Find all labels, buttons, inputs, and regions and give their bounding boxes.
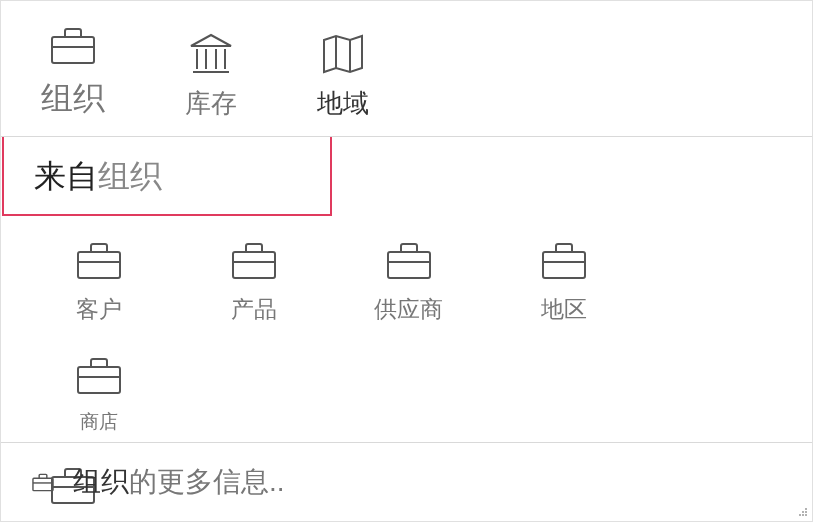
- grid-customer-label: 客户: [76, 294, 122, 325]
- nav-organization[interactable]: 组织: [41, 21, 105, 121]
- section-header: 来自组织: [2, 137, 332, 216]
- grid-product[interactable]: 产品: [176, 228, 331, 343]
- grid-store[interactable]: 商店: [21, 343, 176, 453]
- map-icon: [319, 30, 367, 78]
- grid-district-label: 地区: [541, 294, 587, 325]
- briefcase-icon: [230, 236, 278, 284]
- grid-supplier[interactable]: 供应商: [331, 228, 486, 343]
- svg-point-27: [802, 511, 804, 513]
- briefcase-icon: [75, 236, 123, 284]
- svg-point-29: [802, 514, 804, 516]
- briefcase-icon: [385, 236, 433, 284]
- svg-rect-23: [33, 478, 53, 490]
- nav-region-label: 地域: [317, 86, 369, 121]
- top-nav: 组织 库存 地域: [1, 1, 812, 137]
- grid-product-label: 产品: [231, 294, 277, 325]
- section-prefix: 来自: [34, 158, 98, 194]
- footer-bar[interactable]: 组织的更多信息..: [1, 442, 812, 521]
- grid-store-label: 商店: [80, 409, 118, 435]
- svg-rect-11: [78, 252, 120, 278]
- svg-rect-13: [233, 252, 275, 278]
- briefcase-icon: [49, 21, 97, 69]
- svg-point-25: [805, 508, 807, 510]
- svg-point-30: [799, 514, 801, 516]
- svg-rect-15: [388, 252, 430, 278]
- footer-prefix: 组织: [73, 466, 129, 497]
- svg-rect-17: [543, 252, 585, 278]
- svg-point-26: [805, 511, 807, 513]
- nav-organization-label: 组织: [41, 77, 105, 121]
- svg-rect-0: [52, 37, 94, 63]
- nav-inventory[interactable]: 库存: [185, 30, 237, 121]
- svg-marker-2: [191, 35, 231, 46]
- footer-suffix: 的更多信息..: [129, 466, 285, 497]
- svg-point-28: [805, 514, 807, 516]
- briefcase-icon: [31, 470, 55, 494]
- svg-marker-8: [324, 36, 362, 72]
- resize-grip-icon[interactable]: [798, 507, 808, 517]
- footer-text: 组织的更多信息..: [73, 463, 285, 501]
- grid-district[interactable]: 地区: [486, 228, 641, 343]
- bank-icon: [187, 30, 235, 78]
- briefcase-icon: [540, 236, 588, 284]
- briefcase-icon: [75, 351, 123, 399]
- nav-inventory-label: 库存: [185, 86, 237, 121]
- grid-customer[interactable]: 客户: [21, 228, 176, 343]
- nav-region[interactable]: 地域: [317, 30, 369, 121]
- grid-supplier-label: 供应商: [374, 294, 443, 325]
- section-title: 组织: [98, 158, 162, 194]
- svg-rect-19: [78, 367, 120, 393]
